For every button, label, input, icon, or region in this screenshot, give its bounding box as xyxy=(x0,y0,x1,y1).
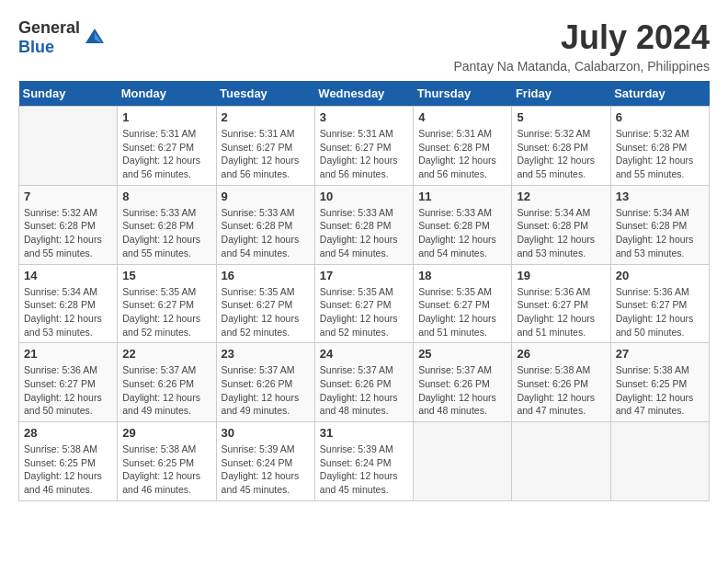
sunset-text: Sunset: 6:28 PM xyxy=(222,220,293,231)
sunset-text: Sunset: 6:26 PM xyxy=(122,378,194,389)
sunrise-text: Sunrise: 5:37 AM xyxy=(418,364,492,375)
day-number: 27 xyxy=(616,347,704,361)
location-subtitle: Pantay Na Matanda, Calabarzon, Philippin… xyxy=(453,59,710,74)
daylight-text: Daylight: 12 hours and 55 minutes. xyxy=(24,234,102,259)
calendar-cell: 1 Sunrise: 5:31 AM Sunset: 6:27 PM Dayli… xyxy=(118,107,216,186)
logo-text: General Blue xyxy=(18,18,80,57)
sunset-text: Sunset: 6:28 PM xyxy=(616,142,688,153)
daylight-text: Daylight: 12 hours and 52 minutes. xyxy=(122,313,200,338)
calendar-cell: 12 Sunrise: 5:34 AM Sunset: 6:28 PM Dayl… xyxy=(512,185,610,264)
sunset-text: Sunset: 6:27 PM xyxy=(222,299,293,310)
sunrise-text: Sunrise: 5:35 AM xyxy=(320,286,393,297)
col-sunday: Sunday xyxy=(19,81,118,107)
calendar-week-3: 14 Sunrise: 5:34 AM Sunset: 6:28 PM Dayl… xyxy=(19,264,710,343)
sunrise-text: Sunrise: 5:37 AM xyxy=(222,364,295,375)
day-number: 21 xyxy=(24,347,112,361)
day-info: Sunrise: 5:35 AM Sunset: 6:27 PM Dayligh… xyxy=(122,285,210,339)
day-info: Sunrise: 5:31 AM Sunset: 6:27 PM Dayligh… xyxy=(122,127,210,181)
day-info: Sunrise: 5:32 AM Sunset: 6:28 PM Dayligh… xyxy=(616,127,704,181)
month-year-title: July 2024 xyxy=(453,18,710,57)
calendar-header: Sunday Monday Tuesday Wednesday Thursday… xyxy=(19,81,710,107)
calendar-cell: 17 Sunrise: 5:35 AM Sunset: 6:27 PM Dayl… xyxy=(314,264,413,343)
day-info: Sunrise: 5:36 AM Sunset: 6:27 PM Dayligh… xyxy=(616,285,704,339)
sunrise-text: Sunrise: 5:34 AM xyxy=(616,207,689,218)
calendar-cell: 31 Sunrise: 5:39 AM Sunset: 6:24 PM Dayl… xyxy=(314,422,413,501)
calendar-cell: 13 Sunrise: 5:34 AM Sunset: 6:28 PM Dayl… xyxy=(610,185,709,264)
day-number: 7 xyxy=(24,190,112,203)
sunrise-text: Sunrise: 5:31 AM xyxy=(222,128,295,139)
daylight-text: Daylight: 12 hours and 54 minutes. xyxy=(320,234,398,259)
day-info: Sunrise: 5:38 AM Sunset: 6:25 PM Dayligh… xyxy=(24,442,112,497)
day-info: Sunrise: 5:33 AM Sunset: 6:28 PM Dayligh… xyxy=(418,206,506,260)
day-info: Sunrise: 5:36 AM Sunset: 6:27 PM Dayligh… xyxy=(24,363,112,418)
day-number: 17 xyxy=(320,269,408,282)
sunset-text: Sunset: 6:28 PM xyxy=(517,142,588,153)
sunrise-text: Sunrise: 5:38 AM xyxy=(616,364,689,375)
day-info: Sunrise: 5:34 AM Sunset: 6:28 PM Dayligh… xyxy=(517,206,605,260)
day-number: 2 xyxy=(222,110,310,124)
day-number: 9 xyxy=(222,190,310,203)
sunset-text: Sunset: 6:27 PM xyxy=(24,378,96,389)
day-number: 5 xyxy=(517,110,605,124)
calendar-week-2: 7 Sunrise: 5:32 AM Sunset: 6:28 PM Dayli… xyxy=(19,185,710,264)
logo-icon xyxy=(82,25,108,51)
day-number: 3 xyxy=(320,110,408,124)
day-number: 25 xyxy=(418,347,506,361)
daylight-text: Daylight: 12 hours and 53 minutes. xyxy=(517,234,595,259)
calendar-cell: 26 Sunrise: 5:38 AM Sunset: 6:26 PM Dayl… xyxy=(512,343,610,422)
sunrise-text: Sunrise: 5:38 AM xyxy=(517,364,590,375)
sunrise-text: Sunrise: 5:36 AM xyxy=(517,286,590,297)
calendar-week-4: 21 Sunrise: 5:36 AM Sunset: 6:27 PM Dayl… xyxy=(19,343,710,422)
sunset-text: Sunset: 6:28 PM xyxy=(418,142,490,153)
day-info: Sunrise: 5:33 AM Sunset: 6:28 PM Dayligh… xyxy=(122,206,210,260)
calendar-cell: 22 Sunrise: 5:37 AM Sunset: 6:26 PM Dayl… xyxy=(118,343,216,422)
sunset-text: Sunset: 6:26 PM xyxy=(517,378,588,389)
day-number: 16 xyxy=(222,269,310,282)
sunset-text: Sunset: 6:25 PM xyxy=(616,378,688,389)
sunrise-text: Sunrise: 5:35 AM xyxy=(418,286,492,297)
day-number: 8 xyxy=(122,190,210,203)
calendar-cell: 29 Sunrise: 5:38 AM Sunset: 6:25 PM Dayl… xyxy=(118,422,216,501)
day-number: 11 xyxy=(418,190,506,203)
sunrise-text: Sunrise: 5:32 AM xyxy=(24,207,97,218)
day-info: Sunrise: 5:34 AM Sunset: 6:28 PM Dayligh… xyxy=(24,285,112,339)
col-saturday: Saturday xyxy=(610,81,709,107)
daylight-text: Daylight: 12 hours and 45 minutes. xyxy=(222,470,300,495)
sunset-text: Sunset: 6:27 PM xyxy=(517,299,588,310)
day-info: Sunrise: 5:39 AM Sunset: 6:24 PM Dayligh… xyxy=(320,442,408,497)
sunrise-text: Sunrise: 5:32 AM xyxy=(616,128,689,139)
daylight-text: Daylight: 12 hours and 46 minutes. xyxy=(122,470,200,495)
sunset-text: Sunset: 6:27 PM xyxy=(222,142,293,153)
calendar-cell: 11 Sunrise: 5:33 AM Sunset: 6:28 PM Dayl… xyxy=(414,185,512,264)
day-number: 31 xyxy=(320,426,408,440)
day-number: 28 xyxy=(24,426,112,440)
sunrise-text: Sunrise: 5:36 AM xyxy=(24,364,97,375)
sunset-text: Sunset: 6:27 PM xyxy=(616,299,688,310)
sunrise-text: Sunrise: 5:35 AM xyxy=(122,286,196,297)
calendar-cell: 25 Sunrise: 5:37 AM Sunset: 6:26 PM Dayl… xyxy=(414,343,512,422)
sunset-text: Sunset: 6:24 PM xyxy=(222,457,293,468)
sunset-text: Sunset: 6:28 PM xyxy=(122,220,194,231)
day-number: 29 xyxy=(122,426,210,440)
sunrise-text: Sunrise: 5:33 AM xyxy=(122,207,196,218)
calendar-cell: 5 Sunrise: 5:32 AM Sunset: 6:28 PM Dayli… xyxy=(512,107,610,186)
calendar-table: Sunday Monday Tuesday Wednesday Thursday… xyxy=(18,81,710,501)
sunset-text: Sunset: 6:27 PM xyxy=(122,299,194,310)
sunset-text: Sunset: 6:28 PM xyxy=(320,220,392,231)
daylight-text: Daylight: 12 hours and 48 minutes. xyxy=(418,392,496,417)
calendar-cell xyxy=(414,422,512,501)
day-info: Sunrise: 5:32 AM Sunset: 6:28 PM Dayligh… xyxy=(517,127,605,181)
calendar-cell: 14 Sunrise: 5:34 AM Sunset: 6:28 PM Dayl… xyxy=(19,264,118,343)
sunset-text: Sunset: 6:28 PM xyxy=(616,220,688,231)
day-number: 19 xyxy=(517,269,605,282)
sunrise-text: Sunrise: 5:33 AM xyxy=(320,207,393,218)
sunset-text: Sunset: 6:24 PM xyxy=(320,457,392,468)
calendar-cell: 18 Sunrise: 5:35 AM Sunset: 6:27 PM Dayl… xyxy=(414,264,512,343)
calendar-cell: 20 Sunrise: 5:36 AM Sunset: 6:27 PM Dayl… xyxy=(610,264,709,343)
day-info: Sunrise: 5:37 AM Sunset: 6:26 PM Dayligh… xyxy=(320,363,408,418)
calendar-cell: 6 Sunrise: 5:32 AM Sunset: 6:28 PM Dayli… xyxy=(610,107,709,186)
day-info: Sunrise: 5:31 AM Sunset: 6:28 PM Dayligh… xyxy=(418,127,506,181)
daylight-text: Daylight: 12 hours and 53 minutes. xyxy=(616,234,694,259)
day-info: Sunrise: 5:35 AM Sunset: 6:27 PM Dayligh… xyxy=(320,285,408,339)
sunrise-text: Sunrise: 5:38 AM xyxy=(122,443,196,454)
